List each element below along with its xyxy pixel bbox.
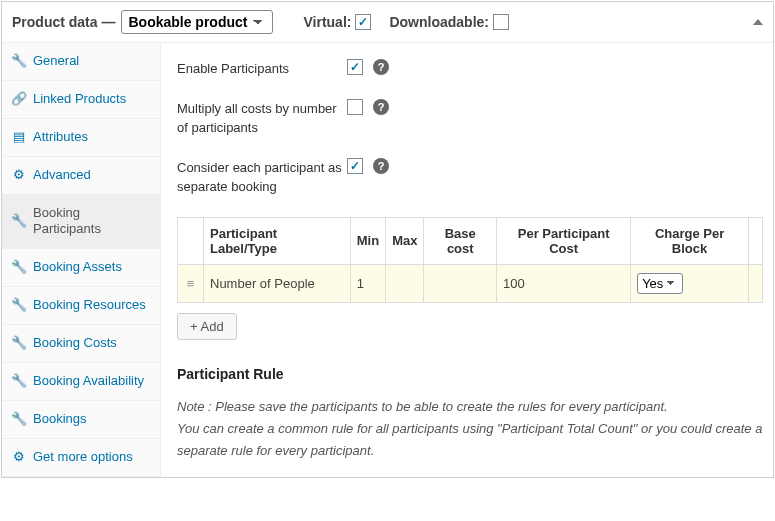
- sidebar-item-label: Booking Participants: [33, 205, 150, 239]
- help-icon[interactable]: ?: [373, 59, 389, 75]
- content-area: Enable Participants ✓ ? Multiply all cos…: [161, 43, 773, 477]
- sidebar-item-advanced[interactable]: ⚙Advanced: [2, 157, 160, 195]
- sidebar-item-general[interactable]: 🔧General: [2, 43, 160, 81]
- col-min: Min: [350, 217, 385, 264]
- sidebar-item-bookings[interactable]: 🔧Bookings: [2, 401, 160, 439]
- participants-table: Participant Label/Type Min Max Base cost…: [177, 217, 763, 303]
- sidebar-item-label: Booking Availability: [33, 373, 144, 390]
- sidebar-item-booking-resources[interactable]: 🔧Booking Resources: [2, 287, 160, 325]
- sidebar-item-booking-participants[interactable]: 🔧Booking Participants: [2, 195, 160, 250]
- enable-participants-checkbox[interactable]: ✓: [347, 59, 363, 75]
- wrench-icon: 🔧: [12, 213, 26, 230]
- cell-charge: Yes: [631, 264, 749, 302]
- product-type-select[interactable]: Bookable product: [121, 10, 273, 34]
- col-base: Base cost: [424, 217, 497, 264]
- add-participant-button[interactable]: + Add: [177, 313, 237, 340]
- virtual-label: Virtual:: [303, 14, 351, 30]
- multiply-costs-checkbox[interactable]: [347, 99, 363, 115]
- participant-rule-note: Note : Please save the participants to b…: [177, 396, 763, 462]
- product-data-panel: Product data — Bookable product Virtual:…: [1, 1, 774, 478]
- sidebar-item-booking-assets[interactable]: 🔧Booking Assets: [2, 249, 160, 287]
- wrench-icon: 🔧: [12, 297, 26, 314]
- sidebar-item-booking-availability[interactable]: 🔧Booking Availability: [2, 363, 160, 401]
- wrench-icon: 🔧: [12, 373, 26, 390]
- cell-max[interactable]: [386, 264, 424, 302]
- sidebar-item-label: Attributes: [33, 129, 88, 146]
- sidebar-item-label: Bookings: [33, 411, 86, 428]
- separate-booking-checkbox[interactable]: ✓: [347, 158, 363, 174]
- sidebar-item-label: Get more options: [33, 449, 133, 466]
- sidebar-item-label: Booking Costs: [33, 335, 117, 352]
- cell-per[interactable]: 100: [497, 264, 631, 302]
- downloadable-label: Downloadable:: [389, 14, 489, 30]
- cell-min[interactable]: 1: [350, 264, 385, 302]
- sidebar: 🔧General 🔗Linked Products ▤Attributes ⚙A…: [2, 43, 161, 477]
- link-icon: 🔗: [12, 91, 26, 108]
- col-max: Max: [386, 217, 424, 264]
- multiply-costs-label: Multiply all costs by number of particip…: [177, 99, 347, 138]
- sidebar-item-label: General: [33, 53, 79, 70]
- gear-icon: ⚙: [12, 449, 26, 466]
- col-label: Participant Label/Type: [204, 217, 351, 264]
- help-icon[interactable]: ?: [373, 158, 389, 174]
- wrench-icon: 🔧: [12, 53, 26, 70]
- sidebar-item-get-more-options[interactable]: ⚙Get more options: [2, 439, 160, 477]
- wrench-icon: 🔧: [12, 259, 26, 276]
- sidebar-item-attributes[interactable]: ▤Attributes: [2, 119, 160, 157]
- list-icon: ▤: [12, 129, 26, 146]
- drag-handle-icon[interactable]: ≡: [178, 264, 204, 302]
- sidebar-item-label: Linked Products: [33, 91, 126, 108]
- enable-participants-label: Enable Participants: [177, 59, 347, 79]
- virtual-checkbox[interactable]: ✓: [355, 14, 371, 30]
- sidebar-item-label: Advanced: [33, 167, 91, 184]
- sidebar-item-booking-costs[interactable]: 🔧Booking Costs: [2, 325, 160, 363]
- sidebar-item-label: Booking Resources: [33, 297, 146, 314]
- col-per: Per Participant Cost: [497, 217, 631, 264]
- col-charge: Charge Per Block: [631, 217, 749, 264]
- wrench-icon: 🔧: [12, 335, 26, 352]
- participant-rule-heading: Participant Rule: [177, 366, 763, 382]
- wrench-icon: 🔧: [12, 411, 26, 428]
- sidebar-item-label: Booking Assets: [33, 259, 122, 276]
- charge-per-block-select[interactable]: Yes: [637, 273, 683, 294]
- handle-header: [178, 217, 204, 264]
- collapse-toggle-icon[interactable]: [753, 19, 763, 25]
- panel-title: Product data —: [12, 14, 115, 30]
- panel-header: Product data — Bookable product Virtual:…: [2, 2, 773, 43]
- col-spacer: [749, 217, 763, 264]
- separate-booking-label: Consider each participant as separate bo…: [177, 158, 347, 197]
- table-row: ≡ Number of People 1 100 Yes: [178, 264, 763, 302]
- sidebar-item-linked-products[interactable]: 🔗Linked Products: [2, 81, 160, 119]
- cell-spacer: [749, 264, 763, 302]
- help-icon[interactable]: ?: [373, 99, 389, 115]
- cell-base[interactable]: [424, 264, 497, 302]
- downloadable-checkbox[interactable]: [493, 14, 509, 30]
- cell-label[interactable]: Number of People: [204, 264, 351, 302]
- gear-icon: ⚙: [12, 167, 26, 184]
